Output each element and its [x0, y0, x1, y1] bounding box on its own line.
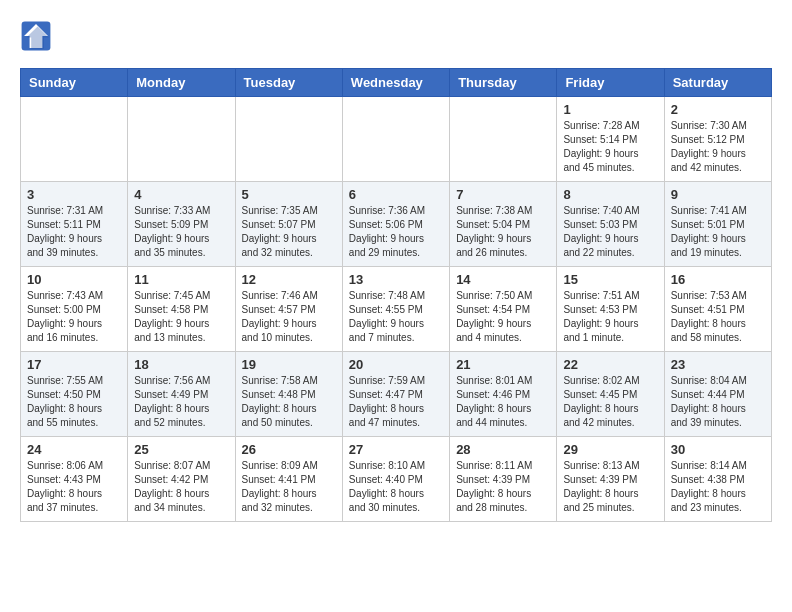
day-number: 29: [563, 442, 657, 457]
day-info: Sunrise: 7:55 AM Sunset: 4:50 PM Dayligh…: [27, 374, 121, 430]
calendar-cell: [342, 97, 449, 182]
day-number: 12: [242, 272, 336, 287]
day-info: Sunrise: 7:48 AM Sunset: 4:55 PM Dayligh…: [349, 289, 443, 345]
calendar-cell: 29Sunrise: 8:13 AM Sunset: 4:39 PM Dayli…: [557, 437, 664, 522]
day-number: 9: [671, 187, 765, 202]
weekday-header-wednesday: Wednesday: [342, 69, 449, 97]
calendar-cell: 21Sunrise: 8:01 AM Sunset: 4:46 PM Dayli…: [450, 352, 557, 437]
day-number: 27: [349, 442, 443, 457]
day-info: Sunrise: 7:36 AM Sunset: 5:06 PM Dayligh…: [349, 204, 443, 260]
weekday-header-thursday: Thursday: [450, 69, 557, 97]
day-info: Sunrise: 7:45 AM Sunset: 4:58 PM Dayligh…: [134, 289, 228, 345]
day-info: Sunrise: 8:14 AM Sunset: 4:38 PM Dayligh…: [671, 459, 765, 515]
weekday-header-sunday: Sunday: [21, 69, 128, 97]
calendar-cell: 1Sunrise: 7:28 AM Sunset: 5:14 PM Daylig…: [557, 97, 664, 182]
day-number: 11: [134, 272, 228, 287]
day-number: 15: [563, 272, 657, 287]
day-number: 24: [27, 442, 121, 457]
calendar-week-2: 3Sunrise: 7:31 AM Sunset: 5:11 PM Daylig…: [21, 182, 772, 267]
calendar-cell: 28Sunrise: 8:11 AM Sunset: 4:39 PM Dayli…: [450, 437, 557, 522]
day-info: Sunrise: 7:58 AM Sunset: 4:48 PM Dayligh…: [242, 374, 336, 430]
weekday-header-monday: Monday: [128, 69, 235, 97]
calendar-cell: 30Sunrise: 8:14 AM Sunset: 4:38 PM Dayli…: [664, 437, 771, 522]
calendar-cell: 16Sunrise: 7:53 AM Sunset: 4:51 PM Dayli…: [664, 267, 771, 352]
calendar-week-4: 17Sunrise: 7:55 AM Sunset: 4:50 PM Dayli…: [21, 352, 772, 437]
day-number: 4: [134, 187, 228, 202]
day-info: Sunrise: 8:02 AM Sunset: 4:45 PM Dayligh…: [563, 374, 657, 430]
day-info: Sunrise: 8:13 AM Sunset: 4:39 PM Dayligh…: [563, 459, 657, 515]
day-number: 20: [349, 357, 443, 372]
day-number: 18: [134, 357, 228, 372]
day-number: 8: [563, 187, 657, 202]
calendar-cell: 27Sunrise: 8:10 AM Sunset: 4:40 PM Dayli…: [342, 437, 449, 522]
weekday-header-row: SundayMondayTuesdayWednesdayThursdayFrid…: [21, 69, 772, 97]
page-header: [20, 20, 772, 52]
weekday-header-saturday: Saturday: [664, 69, 771, 97]
calendar-table: SundayMondayTuesdayWednesdayThursdayFrid…: [20, 68, 772, 522]
calendar-cell: 20Sunrise: 7:59 AM Sunset: 4:47 PM Dayli…: [342, 352, 449, 437]
day-info: Sunrise: 7:30 AM Sunset: 5:12 PM Dayligh…: [671, 119, 765, 175]
calendar-week-5: 24Sunrise: 8:06 AM Sunset: 4:43 PM Dayli…: [21, 437, 772, 522]
day-number: 13: [349, 272, 443, 287]
calendar-cell: [235, 97, 342, 182]
calendar-week-3: 10Sunrise: 7:43 AM Sunset: 5:00 PM Dayli…: [21, 267, 772, 352]
day-info: Sunrise: 7:56 AM Sunset: 4:49 PM Dayligh…: [134, 374, 228, 430]
day-info: Sunrise: 7:53 AM Sunset: 4:51 PM Dayligh…: [671, 289, 765, 345]
calendar-cell: 26Sunrise: 8:09 AM Sunset: 4:41 PM Dayli…: [235, 437, 342, 522]
day-info: Sunrise: 8:07 AM Sunset: 4:42 PM Dayligh…: [134, 459, 228, 515]
day-number: 16: [671, 272, 765, 287]
logo-icon: [20, 20, 52, 52]
calendar-cell: 22Sunrise: 8:02 AM Sunset: 4:45 PM Dayli…: [557, 352, 664, 437]
calendar-cell: 15Sunrise: 7:51 AM Sunset: 4:53 PM Dayli…: [557, 267, 664, 352]
day-number: 22: [563, 357, 657, 372]
calendar-cell: 10Sunrise: 7:43 AM Sunset: 5:00 PM Dayli…: [21, 267, 128, 352]
day-info: Sunrise: 7:35 AM Sunset: 5:07 PM Dayligh…: [242, 204, 336, 260]
day-number: 7: [456, 187, 550, 202]
calendar-cell: 5Sunrise: 7:35 AM Sunset: 5:07 PM Daylig…: [235, 182, 342, 267]
day-number: 3: [27, 187, 121, 202]
day-info: Sunrise: 7:50 AM Sunset: 4:54 PM Dayligh…: [456, 289, 550, 345]
calendar-cell: 24Sunrise: 8:06 AM Sunset: 4:43 PM Dayli…: [21, 437, 128, 522]
day-number: 2: [671, 102, 765, 117]
day-info: Sunrise: 8:04 AM Sunset: 4:44 PM Dayligh…: [671, 374, 765, 430]
calendar-cell: 8Sunrise: 7:40 AM Sunset: 5:03 PM Daylig…: [557, 182, 664, 267]
calendar-cell: 3Sunrise: 7:31 AM Sunset: 5:11 PM Daylig…: [21, 182, 128, 267]
weekday-header-tuesday: Tuesday: [235, 69, 342, 97]
day-info: Sunrise: 7:28 AM Sunset: 5:14 PM Dayligh…: [563, 119, 657, 175]
day-info: Sunrise: 7:33 AM Sunset: 5:09 PM Dayligh…: [134, 204, 228, 260]
calendar-cell: 9Sunrise: 7:41 AM Sunset: 5:01 PM Daylig…: [664, 182, 771, 267]
day-info: Sunrise: 7:51 AM Sunset: 4:53 PM Dayligh…: [563, 289, 657, 345]
calendar-cell: 14Sunrise: 7:50 AM Sunset: 4:54 PM Dayli…: [450, 267, 557, 352]
calendar-cell: 19Sunrise: 7:58 AM Sunset: 4:48 PM Dayli…: [235, 352, 342, 437]
day-number: 17: [27, 357, 121, 372]
calendar-cell: 23Sunrise: 8:04 AM Sunset: 4:44 PM Dayli…: [664, 352, 771, 437]
day-number: 10: [27, 272, 121, 287]
day-info: Sunrise: 7:38 AM Sunset: 5:04 PM Dayligh…: [456, 204, 550, 260]
calendar-cell: 11Sunrise: 7:45 AM Sunset: 4:58 PM Dayli…: [128, 267, 235, 352]
day-number: 6: [349, 187, 443, 202]
day-info: Sunrise: 7:43 AM Sunset: 5:00 PM Dayligh…: [27, 289, 121, 345]
day-info: Sunrise: 7:59 AM Sunset: 4:47 PM Dayligh…: [349, 374, 443, 430]
calendar-cell: 6Sunrise: 7:36 AM Sunset: 5:06 PM Daylig…: [342, 182, 449, 267]
calendar-cell: 7Sunrise: 7:38 AM Sunset: 5:04 PM Daylig…: [450, 182, 557, 267]
calendar-cell: [450, 97, 557, 182]
calendar-week-1: 1Sunrise: 7:28 AM Sunset: 5:14 PM Daylig…: [21, 97, 772, 182]
day-info: Sunrise: 7:41 AM Sunset: 5:01 PM Dayligh…: [671, 204, 765, 260]
day-number: 26: [242, 442, 336, 457]
day-info: Sunrise: 7:46 AM Sunset: 4:57 PM Dayligh…: [242, 289, 336, 345]
day-number: 19: [242, 357, 336, 372]
calendar-cell: 4Sunrise: 7:33 AM Sunset: 5:09 PM Daylig…: [128, 182, 235, 267]
day-number: 23: [671, 357, 765, 372]
day-info: Sunrise: 8:11 AM Sunset: 4:39 PM Dayligh…: [456, 459, 550, 515]
weekday-header-friday: Friday: [557, 69, 664, 97]
calendar-cell: 18Sunrise: 7:56 AM Sunset: 4:49 PM Dayli…: [128, 352, 235, 437]
day-info: Sunrise: 7:31 AM Sunset: 5:11 PM Dayligh…: [27, 204, 121, 260]
day-info: Sunrise: 8:06 AM Sunset: 4:43 PM Dayligh…: [27, 459, 121, 515]
day-info: Sunrise: 8:09 AM Sunset: 4:41 PM Dayligh…: [242, 459, 336, 515]
day-number: 25: [134, 442, 228, 457]
logo: [20, 20, 56, 52]
day-number: 5: [242, 187, 336, 202]
day-info: Sunrise: 8:10 AM Sunset: 4:40 PM Dayligh…: [349, 459, 443, 515]
day-number: 14: [456, 272, 550, 287]
day-number: 30: [671, 442, 765, 457]
